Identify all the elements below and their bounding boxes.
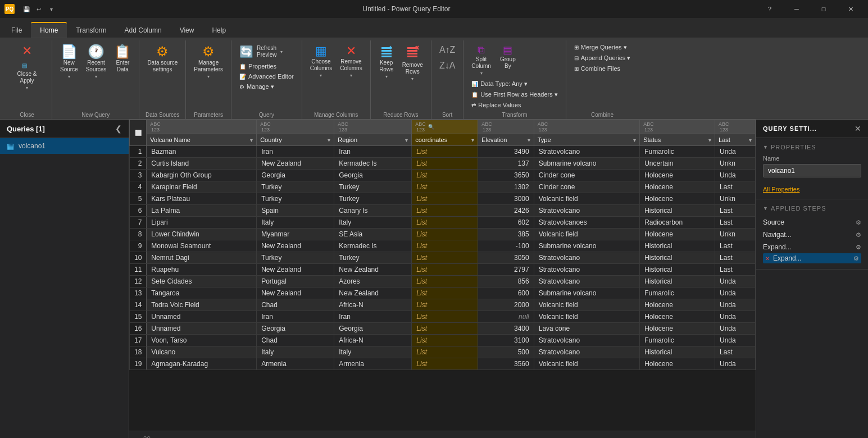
step-expand2[interactable]: ✕ Expand... ⚙: [763, 253, 861, 263]
append-queries-button[interactable]: ⊟ Append Queries ▾: [571, 53, 634, 63]
remove-rows-button[interactable]: RemoveRows ▾: [399, 43, 426, 84]
tab-home[interactable]: Home: [31, 22, 67, 38]
group-by-button[interactable]: ▤ GroupBy: [497, 43, 519, 78]
properties-button[interactable]: 📋 Properties: [236, 62, 280, 71]
row-number: 7: [130, 217, 147, 229]
col-header-volcano-name[interactable]: ABC123 Volcano Name ▾: [147, 120, 257, 146]
navigate-gear-icon[interactable]: ⚙: [856, 231, 861, 239]
row-20: 20: [129, 431, 756, 438]
table-row[interactable]: 14Todra Volc FieldChadAfrica-NList2000Vo…: [130, 299, 756, 311]
refresh-preview-button[interactable]: 🔄 RefreshPreview ▾: [236, 43, 286, 61]
table-row[interactable]: 18VulcanoItalyItalyList500StratovolcanoH…: [130, 346, 756, 358]
close-button[interactable]: ✕: [838, 0, 864, 18]
append-queries-label: Append Queries ▾: [581, 54, 631, 62]
col-header-status[interactable]: ABC123 Status ▾: [640, 120, 715, 146]
table-row[interactable]: 1BazmanIranIranList3490StratovolcanoFuma…: [130, 146, 756, 158]
advanced-editor-button[interactable]: 📝 Advanced Editor: [236, 72, 297, 81]
type-filter-icon[interactable]: ▾: [633, 137, 636, 143]
cell-coordinates: List: [412, 346, 478, 358]
tab-help[interactable]: Help: [203, 23, 235, 38]
applied-steps-caret-icon[interactable]: ▼: [763, 206, 769, 211]
col-header-elevation[interactable]: ABC123 Elevation ▾: [478, 120, 534, 146]
table-row[interactable]: 8Lower ChindwinMyanmarSE AsiaList385Volc…: [130, 229, 756, 240]
step-source[interactable]: Source ⚙: [763, 216, 861, 229]
split-column-button[interactable]: ⧉ SplitColumn ▾: [468, 43, 494, 78]
cell-elevation: 3100: [478, 335, 534, 346]
col-header-type[interactable]: ABC123 Type ▾: [534, 120, 639, 146]
replace-values-button[interactable]: ⇄ Replace Values: [468, 101, 524, 110]
table-row[interactable]: 16UnnamedGeorgiaGeorgiaList3400Lava cone…: [130, 323, 756, 335]
table-row[interactable]: 12Sete CidadesPortugalAzoresList856Strat…: [130, 276, 756, 288]
panel-close-button[interactable]: ✕: [855, 124, 861, 133]
cell-elevation: 602: [478, 217, 534, 229]
close-apply-button[interactable]: ✕▤ Close & Apply ▾: [7, 43, 47, 93]
manage-parameters-button[interactable]: ⚙ ManageParameters ▾: [190, 43, 226, 81]
expand2-gear-icon[interactable]: ⚙: [853, 255, 859, 262]
minimize-button[interactable]: ─: [784, 0, 810, 18]
combine-files-button[interactable]: ⊞ Combine Files: [571, 64, 624, 73]
cell-volcanoName: Todra Volc Field: [147, 299, 257, 311]
col-header-region[interactable]: ABC123 Region ▾: [334, 120, 412, 146]
table-row[interactable]: 4Karapinar FieldTurkeyTurkeyList1302Cind…: [130, 181, 756, 193]
table-row[interactable]: 15UnnamedIranIranListnullVolcanic fieldH…: [130, 311, 756, 323]
sidebar-toggle-button[interactable]: ❮: [115, 124, 122, 133]
tab-file[interactable]: File: [2, 23, 31, 38]
col-header-last[interactable]: ABC123 Last ▾: [715, 120, 756, 146]
data-source-settings-button[interactable]: ⚙ Data sourcesettings: [144, 43, 181, 75]
expand1-gear-icon[interactable]: ⚙: [856, 244, 861, 251]
dropdown-icon[interactable]: ▾: [46, 4, 56, 14]
cell-volcanoName: Unnamed: [147, 323, 257, 335]
name-input[interactable]: [763, 164, 861, 177]
sort-desc-button[interactable]: Z↓A: [436, 58, 458, 73]
cell-type: Volcanic field: [534, 311, 639, 323]
help-button[interactable]: ?: [757, 0, 783, 18]
table-row[interactable]: 6La PalmaSpainCanary IsList2426Stratovol…: [130, 205, 756, 217]
recent-sources-button[interactable]: 🕐 RecentSources ▾: [83, 43, 110, 81]
cell-region: Iran: [334, 146, 412, 158]
coordinates-filter-icon[interactable]: ▾: [471, 137, 474, 143]
data-type-button[interactable]: 📊 Data Type: Any ▾: [468, 79, 530, 89]
tab-view[interactable]: View: [171, 23, 203, 38]
properties-caret-icon[interactable]: ▼: [763, 144, 769, 150]
keep-rows-button[interactable]: KeepRows ▾: [375, 43, 398, 81]
step-expand1[interactable]: Expand... ⚙: [763, 241, 861, 253]
region-filter-icon[interactable]: ▾: [405, 137, 408, 143]
volcano-name-filter-icon[interactable]: ▾: [250, 137, 253, 143]
sort-asc-button[interactable]: A↑Z: [436, 43, 458, 57]
manage-button[interactable]: ⚙ Manage ▾: [236, 82, 278, 92]
table-row[interactable]: 7LipariItalyItalyList602StratovolcanoesR…: [130, 217, 756, 229]
country-filter-icon[interactable]: ▾: [328, 137, 330, 143]
data-grid-container[interactable]: ⬜ ABC123 Volcano Name ▾: [129, 120, 756, 431]
table-row[interactable]: 19Agmagan-KaradagArmeniaArmeniaList3560V…: [130, 358, 756, 370]
sidebar-item-volcano1[interactable]: ▦ volcano1: [0, 138, 129, 154]
all-properties-link[interactable]: All Properties: [763, 186, 799, 193]
remove-columns-button[interactable]: ✕ RemoveColumns ▾: [337, 43, 365, 80]
col-header-coordinates[interactable]: ABC123 🔍 coordinates ▾: [412, 120, 478, 146]
use-first-row-button[interactable]: 📋 Use First Row as Headers ▾: [468, 90, 561, 99]
cell-volcanoName: Tangaroa: [147, 288, 257, 299]
table-row[interactable]: 3Kabargin Oth GroupGeorgiaGeorgiaList365…: [130, 170, 756, 181]
source-gear-icon[interactable]: ⚙: [856, 219, 861, 226]
last-filter-icon[interactable]: ▾: [749, 137, 752, 143]
table-row[interactable]: 17Voon, TarsoChadAfrica-NList3100Stratov…: [130, 335, 756, 346]
col-header-country[interactable]: ABC123 Country ▾: [257, 120, 334, 146]
save-icon[interactable]: 💾: [21, 4, 31, 14]
undo-icon[interactable]: ↩: [34, 4, 44, 14]
tab-add-column[interactable]: Add Column: [116, 23, 171, 38]
status-filter-icon[interactable]: ▾: [708, 137, 711, 143]
table-row[interactable]: 5Kars PlateauTurkeyTurkeyList3000Volcani…: [130, 193, 756, 205]
maximize-button[interactable]: □: [811, 0, 837, 18]
merge-queries-button[interactable]: ⊞ Merge Queries ▾: [571, 43, 630, 52]
choose-columns-button[interactable]: ▦ ChooseColumns ▾: [307, 43, 335, 80]
tab-transform[interactable]: Transform: [67, 23, 115, 38]
elevation-filter-icon[interactable]: ▾: [528, 137, 530, 143]
table-row[interactable]: 2Curtis IslandNew ZealandKermadec IsList…: [130, 158, 756, 170]
refresh-preview-caret: ▾: [280, 49, 283, 54]
table-row[interactable]: 11RuapehuNew ZealandNew ZealandList2797S…: [130, 264, 756, 276]
enter-data-button[interactable]: 📋 EnterData: [111, 43, 134, 75]
table-row[interactable]: 9Monowai SeamountNew ZealandKermadec IsL…: [130, 240, 756, 252]
table-row[interactable]: 10Nemrut DagiTurkeyTurkeyList3050Stratov…: [130, 252, 756, 264]
new-source-button[interactable]: 📄 NewSource ▾: [57, 43, 81, 81]
table-row[interactable]: 13TangaroaNew ZealandNew ZealandList600S…: [130, 288, 756, 299]
step-navigate[interactable]: Navigat... ⚙: [763, 229, 861, 241]
